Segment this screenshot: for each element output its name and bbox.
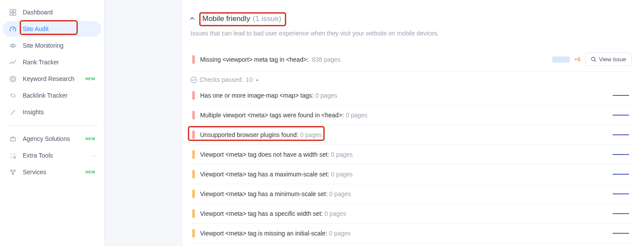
- severity-indicator-icon: [192, 150, 195, 159]
- svg-point-12: [10, 153, 11, 154]
- link-icon: [9, 91, 17, 99]
- grid-icon: [9, 151, 17, 159]
- issue-label: Viewport <meta> tag has a specific width…: [200, 210, 323, 217]
- section-issue-count: (1 issue): [253, 14, 281, 23]
- passed-issue-row[interactable]: Viewport <meta> tag has a minimum-scale …: [190, 184, 634, 204]
- sidebar-item-label: Rank Tracker: [23, 59, 95, 66]
- svg-rect-15: [14, 156, 15, 158]
- issue-label: Has one or more image-map <map> tags:: [200, 92, 314, 99]
- passed-issue-row[interactable]: Viewport <meta> tag has a specific width…: [190, 204, 634, 224]
- search-icon: [591, 56, 596, 62]
- view-issue-button[interactable]: View issue: [585, 53, 632, 66]
- issue-page-count: 0 pages: [315, 92, 337, 99]
- passed-issue-row[interactable]: Viewport <meta> tag does not have a widt…: [190, 145, 634, 165]
- issue-label: Unsupported browser plugins found:: [200, 131, 298, 138]
- svg-rect-2: [10, 13, 12, 15]
- issue-page-count: 838 pages: [312, 56, 340, 63]
- svg-rect-11: [10, 137, 15, 141]
- checks-passed-label: Checks passed:: [200, 76, 243, 83]
- target-icon: [9, 75, 17, 83]
- issue-page-count: 0 pages: [346, 112, 367, 119]
- issue-page-count: 0 pages: [329, 190, 351, 197]
- checks-passed-count: 10: [246, 76, 253, 83]
- briefcase-icon: [9, 135, 17, 143]
- sidebar: DashboardSite AuditSite MonitoringRank T…: [0, 0, 104, 246]
- svg-point-13: [14, 153, 15, 154]
- view-issue-label: View issue: [599, 56, 626, 63]
- passed-issue-row[interactable]: Multiple viewport <meta> tags were found…: [190, 105, 634, 125]
- svg-rect-3: [13, 13, 16, 15]
- trend-flat-line-icon: [613, 213, 629, 214]
- issue-label: Multiple viewport <meta> tags were found…: [200, 112, 344, 119]
- passed-issue-row[interactable]: Viewport <meta> tag is missing an initia…: [190, 224, 634, 243]
- secondary-panel: [104, 0, 183, 246]
- issue-label: Viewport <meta> tag has a minimum-scale …: [200, 190, 328, 197]
- trend-flat-line-icon: [613, 115, 629, 116]
- svg-line-19: [11, 171, 12, 173]
- passed-issue-row[interactable]: Viewport <meta> tag initial-scale is inc…: [190, 243, 634, 246]
- section-description: Issues that can lead to bad user experie…: [190, 30, 634, 37]
- section-title: Mobile friendly: [202, 14, 250, 23]
- sidebar-item-rank-tracker[interactable]: Rank Tracker: [3, 54, 101, 70]
- trend-flat-line-icon: [613, 233, 629, 234]
- svg-line-20: [13, 171, 14, 173]
- check-circle-icon: [190, 77, 197, 83]
- issue-row[interactable]: Missing <viewport> meta tag in <head>: 8…: [190, 47, 634, 72]
- sidebar-item-extra-tools[interactable]: Extra Tools›: [3, 148, 101, 163]
- svg-point-23: [191, 77, 197, 82]
- passed-issue-row[interactable]: Viewport <meta> tag has a maximum-scale …: [190, 165, 634, 184]
- sidebar-item-label: Keyword Research: [23, 75, 80, 82]
- annotation-highlight-section-title: Mobile friendly (1 issue): [199, 12, 286, 26]
- sidebar-item-label: Services: [23, 169, 80, 176]
- issue-page-count: 0 pages: [300, 131, 322, 138]
- sidebar-item-agency-solutions[interactable]: Agency SolutionsNEW: [3, 131, 101, 147]
- dashboard-icon: [9, 8, 17, 16]
- issue-label: Missing <viewport> meta tag in <head>:: [200, 56, 308, 63]
- sidebar-item-dashboard[interactable]: Dashboard: [3, 4, 101, 20]
- severity-indicator-icon: [192, 111, 195, 119]
- trend-sparkline-icon: [552, 56, 570, 63]
- wand-icon: [9, 108, 17, 116]
- svg-point-7: [11, 77, 14, 81]
- severity-indicator-icon: [192, 91, 195, 100]
- sidebar-item-label: Backlink Tracker: [23, 92, 95, 99]
- trend-flat-line-icon: [613, 95, 629, 96]
- collapse-caret-icon: [190, 16, 195, 21]
- passed-issue-row[interactable]: Has one or more image-map <map> tags:0 p…: [190, 86, 634, 105]
- sidebar-item-keyword-research[interactable]: Keyword ResearchNEW: [3, 71, 101, 87]
- sidebar-item-label: Dashboard: [23, 9, 95, 16]
- trend-flat-line-icon: [613, 193, 629, 194]
- svg-line-4: [13, 28, 14, 30]
- sidebar-item-backlink-tracker[interactable]: Backlink Tracker: [3, 88, 101, 103]
- severity-indicator-icon: [192, 55, 195, 64]
- sidebar-item-insights[interactable]: Insights: [3, 104, 101, 120]
- severity-indicator-icon: [192, 190, 195, 198]
- sidebar-item-label: Extra Tools: [23, 152, 87, 159]
- delta-change: +6: [574, 56, 581, 63]
- section-header[interactable]: Mobile friendly (1 issue): [190, 12, 634, 26]
- nodes-icon: [9, 168, 17, 176]
- sidebar-item-services[interactable]: ServicesNEW: [3, 164, 101, 180]
- new-badge: NEW: [86, 137, 96, 141]
- issue-page-count: 0 pages: [325, 210, 346, 217]
- svg-point-5: [12, 45, 14, 46]
- sidebar-item-site-audit[interactable]: Site Audit: [3, 21, 101, 37]
- chevron-right-icon: ›: [93, 153, 95, 158]
- svg-rect-1: [13, 9, 16, 12]
- issue-page-count: 0 pages: [329, 230, 351, 237]
- svg-rect-0: [10, 9, 12, 12]
- checks-passed-toggle[interactable]: Checks passed: 10 ▲: [190, 72, 634, 86]
- passed-issue-row[interactable]: Unsupported browser plugins found:0 page…: [190, 125, 634, 145]
- eye-icon: [9, 42, 17, 49]
- severity-indicator-icon: [192, 229, 195, 238]
- trend-icon: [9, 58, 17, 66]
- issue-page-count: 0 pages: [331, 151, 353, 158]
- sidebar-item-label: Site Audit: [23, 25, 95, 32]
- svg-point-9: [10, 110, 11, 111]
- issue-label: Viewport <meta> tag is missing an initia…: [200, 230, 327, 237]
- new-badge: NEW: [86, 77, 96, 81]
- sidebar-divider: [6, 125, 98, 126]
- svg-point-6: [10, 76, 15, 81]
- sidebar-item-site-monitoring[interactable]: Site Monitoring: [3, 38, 101, 53]
- sidebar-item-label: Agency Solutions: [23, 135, 80, 142]
